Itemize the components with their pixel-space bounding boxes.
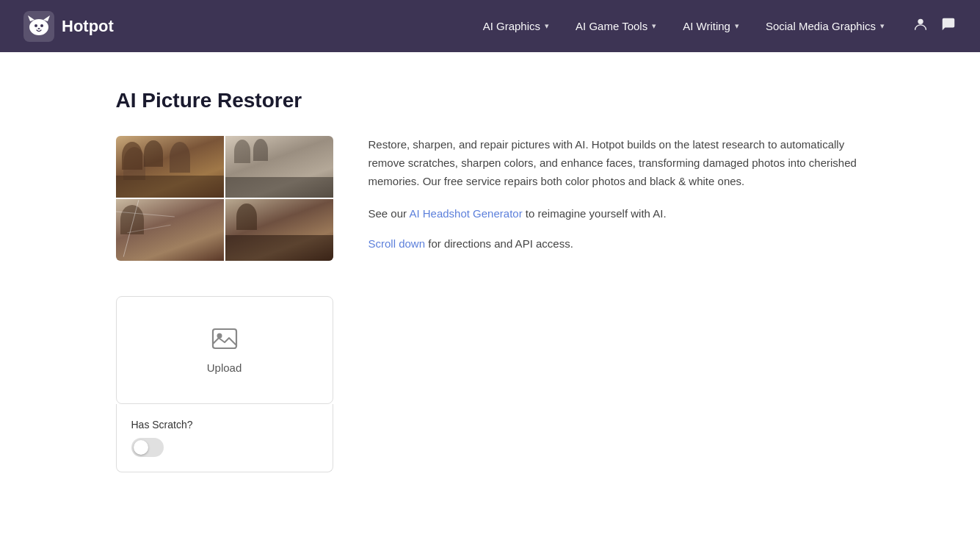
see-our-prefix: See our (369, 207, 410, 220)
upload-image-icon (211, 326, 238, 353)
top-section: Restore, sharpen, and repair pictures wi… (116, 136, 865, 261)
brand-name: Hotpot (62, 17, 114, 36)
photo-collage-cell-3 (116, 199, 224, 261)
has-scratch-toggle-wrapper (131, 438, 318, 457)
see-our-suffix: to reimagine yourself with AI. (526, 207, 667, 220)
nav-label-ai-graphics: AI Graphics (483, 20, 540, 32)
nav-item-ai-writing[interactable]: AI Writing ▾ (672, 14, 749, 38)
svg-point-4 (35, 24, 37, 27)
nav-item-ai-graphics[interactable]: AI Graphics ▾ (473, 14, 559, 38)
toggle-thumb (134, 440, 148, 455)
options-box: Has Scratch? (116, 404, 333, 472)
upload-box[interactable]: Upload (116, 296, 333, 404)
nav-item-social-media-graphics[interactable]: Social Media Graphics ▾ (755, 14, 895, 38)
photo-collage-cell-2 (225, 136, 333, 198)
navbar: Hotpot AI Graphics ▾ AI Game Tools ▾ AI … (0, 0, 980, 52)
photo-collage-cell-1 (116, 136, 224, 198)
has-scratch-label: Has Scratch? (131, 419, 318, 431)
description-section: Restore, sharpen, and repair pictures wi… (369, 136, 865, 261)
svg-rect-8 (213, 329, 236, 348)
nav-label-ai-game-tools: AI Game Tools (576, 20, 647, 32)
nav-label-ai-writing: AI Writing (683, 20, 730, 32)
description-text: Restore, sharpen, and repair pictures wi… (369, 136, 865, 190)
photo-collage-cell-4 (225, 199, 333, 261)
scroll-line: Scroll down for directions and API acces… (369, 235, 865, 253)
chevron-down-icon: ▾ (652, 21, 656, 31)
upload-section: Upload Has Scratch? (116, 296, 333, 472)
svg-point-7 (918, 19, 923, 24)
brand-logo-icon (23, 11, 54, 42)
navbar-icons (912, 16, 957, 36)
scroll-down-link[interactable]: Scroll down (369, 237, 426, 250)
chat-icon[interactable] (940, 16, 957, 36)
headshot-generator-link[interactable]: AI Headshot Generator (409, 207, 522, 220)
has-scratch-toggle[interactable] (131, 438, 164, 457)
scroll-suffix: for directions and API access. (428, 237, 573, 250)
toggle-track (131, 438, 164, 457)
user-icon[interactable] (912, 16, 929, 36)
brand-logo-link[interactable]: Hotpot (23, 11, 114, 42)
photo-collage (116, 136, 333, 261)
svg-point-1 (29, 19, 48, 35)
nav-label-social-media-graphics: Social Media Graphics (766, 20, 876, 32)
svg-point-5 (40, 24, 43, 27)
chevron-down-icon: ▾ (545, 21, 549, 31)
chevron-down-icon: ▾ (880, 21, 885, 31)
nav-item-ai-game-tools[interactable]: AI Game Tools ▾ (565, 14, 667, 38)
svg-point-9 (217, 334, 222, 339)
main-content: AI Picture Restorer (101, 52, 879, 509)
page-title: AI Picture Restorer (116, 89, 865, 112)
chevron-down-icon: ▾ (735, 21, 739, 31)
upload-label: Upload (207, 361, 242, 374)
see-our-line: See our AI Headshot Generator to reimagi… (369, 205, 865, 223)
navbar-nav: AI Graphics ▾ AI Game Tools ▾ AI Writing… (473, 14, 895, 38)
svg-point-6 (38, 28, 40, 29)
